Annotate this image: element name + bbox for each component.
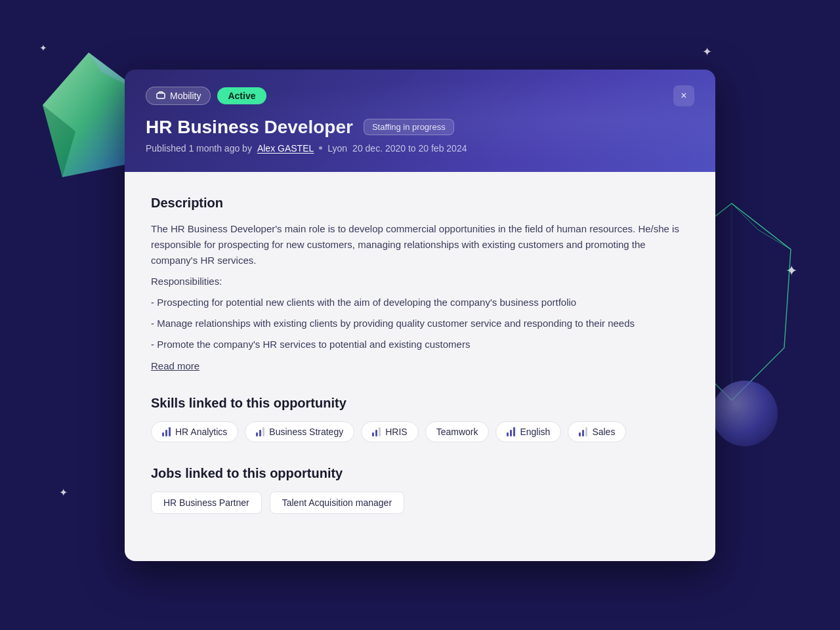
header-title-row: HR Business Developer Staffing in progre… [146,117,694,138]
skill-teamwork: Teamwork [425,421,490,442]
skill-label: Teamwork [436,427,478,437]
skill-level-icon [507,427,515,436]
mobility-icon [156,91,166,101]
skills-section: Skills linked to this opportunity HR Ana… [151,396,689,442]
sphere-decoration [712,381,778,446]
job-label: HR Business Partner [163,497,249,508]
svg-marker-4 [732,203,791,249]
desc-bullet-2: - Manage relationships with existing cli… [151,316,689,331]
svg-rect-6 [157,93,165,98]
jobs-title: Jobs linked to this opportunity [151,466,689,481]
active-label: Active [228,91,255,101]
header-top-row: Mobility Active × [146,85,694,106]
desc-bullet-3: - Promote the company's HR services to p… [151,337,689,352]
card-body: Description The HR Business Developer's … [125,172,715,561]
job-tag-hr-business-partner: HR Business Partner [151,492,262,514]
skill-label: HRIS [385,427,407,437]
description-title: Description [151,196,689,211]
skill-label: HR Analytics [175,427,227,437]
header-tags: Mobility Active [146,87,266,105]
meta-dates: 20 dec. 2020 to 20 feb 2024 [352,143,467,154]
skill-level-icon [162,427,171,436]
skill-label: Sales [592,427,615,437]
description-section: Description The HR Business Developer's … [151,196,689,372]
active-tag: Active [217,87,266,104]
skill-level-icon [372,427,381,436]
meta-separator [319,146,322,150]
skill-sales: Sales [568,421,626,442]
job-tag-talent-acquisition: Talent Acquisition manager [270,492,404,514]
jobs-section: Jobs linked to this opportunity HR Busin… [151,466,689,514]
jobs-list: HR Business Partner Talent Acquisition m… [151,492,689,514]
description-content: The HR Business Developer's main role is… [151,221,689,352]
skills-list: HR Analytics Business Strategy HRIS Team… [151,421,689,442]
desc-bullet-1: - Prospecting for potential new clients … [151,295,689,310]
skill-label: English [520,427,550,437]
skill-hr-analytics: HR Analytics [151,421,238,442]
star-decoration: ✦ [702,45,712,59]
skill-level-icon [579,427,587,436]
job-detail-card: Mobility Active × HR Business Developer … [125,70,715,561]
mobility-tag: Mobility [146,87,211,105]
star-decoration: ✦ [59,486,68,499]
skill-label: Business Strategy [269,427,343,437]
card-header: Mobility Active × HR Business Developer … [125,70,715,172]
meta-location: Lyon [327,143,347,154]
skill-business-strategy: Business Strategy [245,421,354,442]
job-label: Talent Acquisition manager [282,497,392,508]
skill-english: English [495,421,561,442]
job-title: HR Business Developer [146,117,353,138]
read-more-button[interactable]: Read more [151,360,200,371]
meta-published: Published 1 month ago by [146,143,252,154]
header-meta: Published 1 month ago by Alex GASTEL Lyo… [146,143,694,154]
skills-title: Skills linked to this opportunity [151,396,689,411]
meta-author: Alex GASTEL [257,143,314,154]
desc-para-1: The HR Business Developer's main role is… [151,221,689,268]
close-button[interactable]: × [673,85,694,106]
mobility-label: Mobility [170,91,201,101]
skill-hris: HRIS [361,421,418,442]
status-badge: Staffing in progress [364,119,454,135]
desc-responsibilities: Responsibilities: [151,274,689,289]
skill-level-icon [256,427,264,436]
